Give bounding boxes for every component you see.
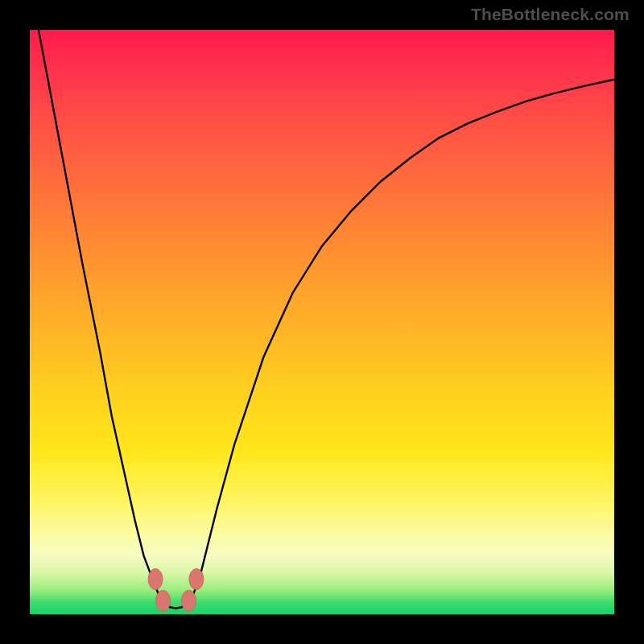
min-marker xyxy=(189,568,204,589)
curve-layer xyxy=(30,30,614,614)
min-marker xyxy=(156,590,171,611)
min-marker xyxy=(148,568,163,589)
chart-root: TheBottleneck.com xyxy=(0,0,644,644)
watermark-text: TheBottleneck.com xyxy=(471,5,630,24)
bottleneck-curve xyxy=(30,0,614,609)
plot-area xyxy=(30,30,614,614)
min-marker xyxy=(181,590,196,611)
